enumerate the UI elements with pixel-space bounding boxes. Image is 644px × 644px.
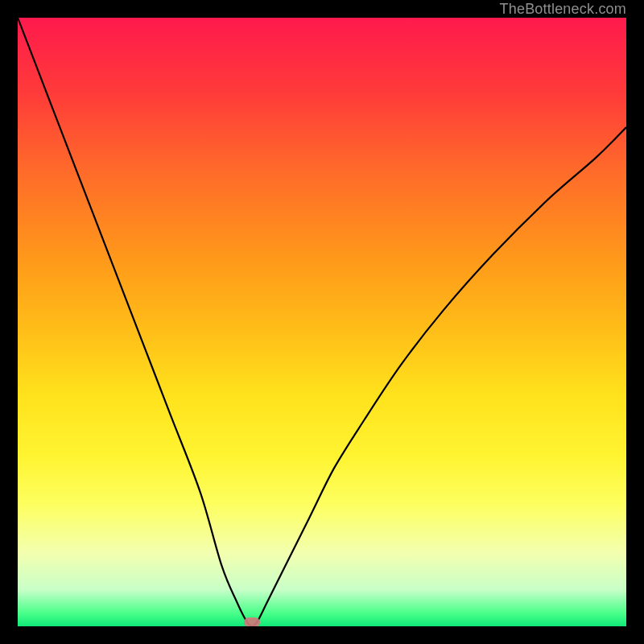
bottleneck-curve xyxy=(18,18,626,626)
watermark-text: TheBottleneck.com xyxy=(500,0,626,18)
plot-area xyxy=(18,18,626,626)
chart-frame: TheBottleneck.com xyxy=(0,0,644,644)
optimal-marker xyxy=(244,617,260,626)
